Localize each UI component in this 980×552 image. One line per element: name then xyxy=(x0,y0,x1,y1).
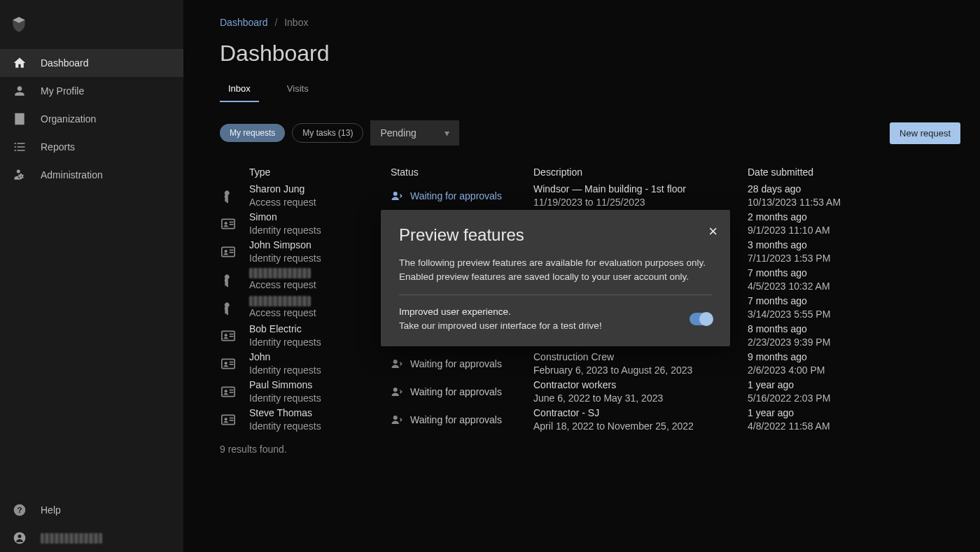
svg-point-21 xyxy=(393,360,398,364)
row-name: Simon xyxy=(249,211,321,224)
person-icon xyxy=(11,83,28,99)
logo-icon xyxy=(10,15,28,34)
name-redacted xyxy=(249,296,311,306)
key-icon xyxy=(220,273,249,287)
id-card-icon xyxy=(220,330,249,341)
row-timestamp: 4/8/2022 11:58 AM xyxy=(748,420,902,433)
nav-dashboard[interactable]: Dashboard xyxy=(0,49,183,77)
nav-help[interactable]: ? Help xyxy=(0,496,183,524)
row-age: 1 year ago xyxy=(748,406,902,420)
svg-point-3 xyxy=(18,535,22,538)
row-desc-2: 11/19/2023 to 11/25/2023 xyxy=(533,196,748,209)
row-name: Steve Thomas xyxy=(249,406,321,420)
feature-title: Improved user experience. xyxy=(399,305,690,319)
row-name: Bob Electric xyxy=(249,323,321,336)
svg-point-28 xyxy=(225,418,227,420)
breadcrumb-root[interactable]: Dashboard xyxy=(220,17,268,28)
svg-rect-16 xyxy=(230,336,234,337)
new-request-button[interactable]: New request xyxy=(890,122,960,144)
nav-label: Organization xyxy=(41,113,96,125)
feature-text: Improved user experience. Take our impro… xyxy=(399,305,690,332)
table-row[interactable]: Steve Thomas Identity requests Waiting f… xyxy=(220,406,960,434)
svg-rect-25 xyxy=(230,392,234,393)
row-status: Waiting for approvals xyxy=(410,414,502,425)
status-dropdown[interactable]: Pending ▾ xyxy=(370,120,458,146)
row-age: 9 months ago xyxy=(748,351,902,364)
nav-label: Help xyxy=(41,504,61,516)
nav-label: Administration xyxy=(41,169,103,181)
row-subtype: Identity requests xyxy=(249,420,321,433)
row-status: Waiting for approvals xyxy=(410,190,502,201)
filter-my-tasks[interactable]: My tasks (13) xyxy=(292,123,363,143)
row-timestamp: 5/16/2022 2:03 PM xyxy=(748,392,902,405)
svg-point-26 xyxy=(393,388,398,392)
row-age: 2 months ago xyxy=(748,211,902,224)
svg-rect-19 xyxy=(230,362,234,363)
row-timestamp: 4/5/2023 10:32 AM xyxy=(748,280,902,293)
approval-icon xyxy=(391,385,403,398)
filter-my-requests[interactable]: My requests xyxy=(220,124,285,142)
svg-rect-24 xyxy=(230,390,234,391)
close-icon[interactable]: × xyxy=(708,222,718,241)
nav-administration[interactable]: Administration xyxy=(0,161,183,189)
nav-organization[interactable]: Organization xyxy=(0,105,183,133)
row-name: Sharon Jung xyxy=(249,183,316,196)
preview-features-modal: Preview features × The following preview… xyxy=(381,210,730,346)
id-card-icon xyxy=(220,218,249,229)
id-card-icon xyxy=(220,386,249,397)
id-card-icon xyxy=(220,414,249,425)
approval-icon xyxy=(391,190,403,202)
row-timestamp: 3/14/2023 5:55 PM xyxy=(748,308,902,321)
table-row[interactable]: John Identity requests Waiting for appro… xyxy=(220,350,960,378)
approval-icon xyxy=(391,358,403,370)
row-desc-1: Construction Crew xyxy=(533,351,748,364)
row-desc-1: Contractor - SJ xyxy=(533,406,748,420)
sidebar-bottom: ? Help xyxy=(0,496,183,552)
svg-text:?: ? xyxy=(17,505,22,514)
svg-point-23 xyxy=(225,390,227,392)
nav-account[interactable] xyxy=(0,524,183,552)
nav-profile[interactable]: My Profile xyxy=(0,77,183,105)
nav-reports[interactable]: Reports xyxy=(0,133,183,161)
id-card-icon xyxy=(220,358,249,369)
name-redacted xyxy=(249,268,311,278)
row-name: John xyxy=(249,351,321,364)
row-desc-2: February 6, 2023 to August 26, 2023 xyxy=(533,364,748,377)
row-subtype: Identity requests xyxy=(249,392,321,405)
tab-inbox[interactable]: Inbox xyxy=(220,76,259,102)
col-date: Date submitted xyxy=(748,167,902,178)
tab-visits[interactable]: Visits xyxy=(279,76,317,102)
key-icon xyxy=(220,301,249,315)
feature-row: Improved user experience. Take our impro… xyxy=(399,305,712,332)
table-row[interactable]: Paul Simmons Identity requests Waiting f… xyxy=(220,378,960,406)
nav-label: Dashboard xyxy=(41,57,89,69)
row-subtype: Identity requests xyxy=(249,364,321,377)
svg-rect-11 xyxy=(230,250,234,251)
breadcrumb: Dashboard / Inbox xyxy=(220,0,980,28)
nav: Dashboard My Profile Organization Report… xyxy=(0,49,183,189)
row-desc-1: Windsor — Main building - 1st floor xyxy=(533,183,748,196)
row-age: 8 months ago xyxy=(748,323,902,336)
row-subtype: Access request xyxy=(249,196,316,209)
row-age: 1 year ago xyxy=(748,378,902,392)
id-card-icon xyxy=(220,246,249,257)
key-icon xyxy=(220,189,249,203)
row-age: 7 months ago xyxy=(748,267,902,280)
feature-toggle[interactable] xyxy=(690,313,712,325)
row-name: John Simpson xyxy=(249,239,321,252)
list-icon xyxy=(11,139,28,155)
feature-subtitle: Take our improved user interface for a t… xyxy=(399,319,690,333)
building-icon xyxy=(11,111,28,127)
row-age: 7 months ago xyxy=(748,295,902,308)
page-title: Dashboard xyxy=(220,41,980,66)
table-row[interactable]: Sharon Jung Access request Waiting for a… xyxy=(220,182,960,210)
row-desc-2: April 18, 2022 to November 25, 2022 xyxy=(533,420,748,433)
svg-rect-15 xyxy=(230,334,234,335)
col-type: Type xyxy=(220,167,391,178)
app-logo xyxy=(0,0,183,49)
table-headers: Type Status Description Date submitted xyxy=(220,162,960,182)
row-subtype: Access request xyxy=(249,278,316,292)
svg-rect-12 xyxy=(230,252,234,253)
row-subtype: Identity requests xyxy=(249,336,321,349)
svg-rect-20 xyxy=(230,364,234,365)
